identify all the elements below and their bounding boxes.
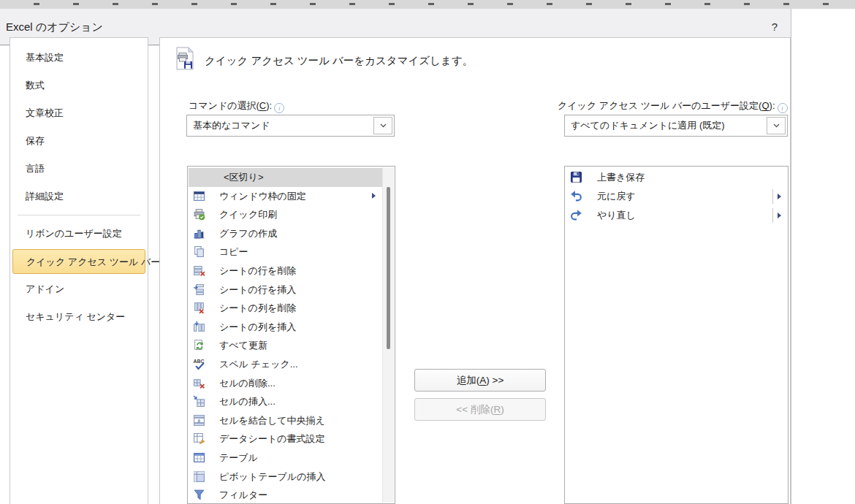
svg-text:ABC: ABC bbox=[194, 359, 205, 364]
remove-button[interactable]: << 削除(R) bbox=[414, 398, 546, 421]
list-item[interactable]: ウィンドウ枠の固定 bbox=[189, 187, 382, 206]
list-item[interactable]: シートの行を削除 bbox=[189, 261, 382, 280]
format-datasheet-icon bbox=[193, 432, 205, 445]
flyout-arrow-icon[interactable] bbox=[372, 193, 376, 199]
list-item-label: シートの列を挿入 bbox=[219, 318, 296, 337]
pivottable-icon bbox=[193, 470, 205, 483]
info-icon[interactable]: i bbox=[778, 103, 788, 113]
list-item-label: スペル チェック... bbox=[219, 355, 298, 374]
list-item-label: テーブル bbox=[219, 448, 258, 467]
flyout-arrow-icon[interactable] bbox=[778, 194, 781, 199]
list-item-label: データシートの書式設定 bbox=[219, 429, 325, 448]
list-item-label: セルを結合して中央揃え bbox=[219, 411, 325, 430]
insert-sheet-columns-icon bbox=[193, 321, 205, 333]
list-item[interactable]: ピボットテーブルの挿入 bbox=[189, 467, 382, 486]
sidebar-item-category[interactable]: 数式 bbox=[10, 72, 148, 99]
sidebar-item-category[interactable]: アドイン bbox=[10, 275, 148, 303]
list-item-label: フィルター bbox=[219, 486, 267, 504]
list-item[interactable]: クイック印刷 bbox=[189, 205, 382, 224]
list-item-label: セルの削除... bbox=[219, 374, 276, 393]
refresh-all-icon bbox=[193, 339, 205, 351]
delete-sheet-columns-icon bbox=[193, 302, 205, 314]
flyout-arrow-icon[interactable] bbox=[778, 213, 781, 218]
list-item[interactable]: 上書き保存 bbox=[566, 168, 787, 187]
spelling-icon: ABC bbox=[193, 358, 205, 370]
save-icon bbox=[570, 171, 582, 183]
sidebar-item-category[interactable]: 詳細設定 bbox=[10, 183, 148, 210]
merge-center-icon: a bbox=[193, 414, 205, 427]
delete-sheet-rows-icon bbox=[193, 264, 205, 277]
sidebar-item-quick-access-toolbar-selected[interactable]: クイック アクセス ツール バー bbox=[12, 249, 145, 274]
list-item-label: 上書き保存 bbox=[597, 168, 645, 187]
customize-qat-label: クイック アクセス ツール バーのユーザー設定(Q):i bbox=[558, 99, 788, 113]
sidebar-divider bbox=[18, 215, 140, 215]
list-item-label: クイック印刷 bbox=[219, 205, 277, 224]
list-item[interactable]: テーブル bbox=[189, 448, 382, 467]
list-item[interactable]: コピー bbox=[189, 243, 382, 261]
sidebar-item-category[interactable]: リボンのユーザー設定 bbox=[10, 220, 148, 248]
list-item[interactable]: 元に戻す bbox=[566, 187, 787, 206]
choose-commands-label-text: コマンドの選択(C): bbox=[189, 100, 272, 111]
list-item[interactable]: セルの削除... bbox=[189, 374, 382, 393]
scrollbar-thumb[interactable] bbox=[387, 187, 390, 349]
list-item-label: <区切り> bbox=[224, 168, 264, 187]
list-item-label: グラフの作成 bbox=[219, 224, 277, 243]
sidebar-item-category[interactable]: 言語 bbox=[10, 155, 148, 183]
list-item-label: すべて更新 bbox=[219, 336, 267, 355]
options-category-sidebar: 基本設定数式文章校正保存言語詳細設定リボンのユーザー設定クイック アクセス ツー… bbox=[10, 37, 148, 504]
list-item-separator-selected[interactable]: <区切り> bbox=[189, 168, 382, 187]
choose-commands-label: コマンドの選択(C):i bbox=[189, 99, 284, 113]
customize-qat-icon bbox=[175, 47, 194, 70]
list-item-label: シートの列を削除 bbox=[219, 299, 296, 318]
list-item-label: ピボットテーブルの挿入 bbox=[219, 467, 325, 486]
copy-icon bbox=[193, 245, 205, 258]
undo-icon bbox=[570, 190, 582, 202]
chevron-down-icon bbox=[773, 123, 780, 128]
list-item-label: 元に戻す bbox=[597, 187, 636, 206]
dropdown-button[interactable] bbox=[767, 117, 786, 134]
info-icon[interactable]: i bbox=[274, 103, 284, 113]
list-item-label: シートの行を削除 bbox=[219, 261, 296, 280]
quick-print-icon bbox=[193, 208, 205, 221]
list-item-label: シートの行を挿入 bbox=[219, 280, 296, 299]
sidebar-item-category[interactable]: 保存 bbox=[10, 127, 148, 155]
customize-qat-dropdown[interactable]: すべてのドキュメントに適用 (既定) bbox=[564, 115, 788, 137]
insert-sheet-rows-icon bbox=[193, 283, 205, 296]
add-button[interactable]: 追加(A) >> bbox=[414, 369, 546, 392]
list-item[interactable]: ABCスペル チェック... bbox=[189, 355, 382, 374]
sidebar-item-category[interactable]: セキュリティ センター bbox=[10, 303, 148, 331]
list-item-label: やり直し bbox=[597, 206, 636, 225]
sidebar-item-category[interactable]: 文章校正 bbox=[10, 99, 148, 127]
list-item[interactable]: シートの列を削除 bbox=[189, 299, 382, 318]
commands-listbox: <区切り>ウィンドウ枠の固定クイック印刷グラフの作成コピーシートの行を削除シート… bbox=[187, 166, 395, 504]
delete-cells-icon bbox=[193, 377, 205, 389]
sidebar-item-category[interactable]: 基本設定 bbox=[10, 44, 148, 72]
flyout-group bbox=[772, 207, 781, 224]
list-item-label: セルの挿入... bbox=[219, 392, 276, 411]
flyout-divider bbox=[772, 189, 773, 204]
customize-qat-label-text: クイック アクセス ツール バーのユーザー設定(Q): bbox=[558, 100, 775, 111]
choose-commands-dropdown[interactable]: 基本的なコマンド bbox=[186, 115, 395, 137]
flyout-group bbox=[772, 188, 781, 205]
list-item[interactable]: aセルを結合して中央揃え bbox=[189, 411, 382, 430]
list-item[interactable]: シートの列を挿入 bbox=[189, 318, 382, 337]
customize-qat-value: すべてのドキュメントに適用 (既定) bbox=[571, 115, 725, 136]
list-item-label: ウィンドウ枠の固定 bbox=[219, 187, 306, 206]
choose-commands-value: 基本的なコマンド bbox=[193, 115, 270, 136]
qat-listbox: 上書き保存元に戻すやり直し bbox=[564, 166, 788, 504]
list-item[interactable]: グラフの作成 bbox=[189, 224, 382, 243]
list-item[interactable]: データシートの書式設定 bbox=[189, 429, 382, 448]
list-item[interactable]: セルの挿入... bbox=[189, 392, 382, 411]
flyout-divider bbox=[772, 208, 773, 223]
list-item[interactable]: やり直し bbox=[566, 206, 787, 225]
excel-options-screen: Excel のオプション ? 基本設定数式文章校正保存言語詳細設定リボンのユーザ… bbox=[0, 0, 855, 504]
column-header-marks bbox=[0, 3, 855, 5]
redo-icon bbox=[570, 209, 582, 221]
list-item[interactable]: フィルター bbox=[189, 486, 382, 504]
list-item[interactable]: シートの行を挿入 bbox=[189, 280, 382, 299]
list-item-label: コピー bbox=[219, 243, 248, 261]
insert-cells-icon bbox=[193, 395, 205, 408]
list-item[interactable]: すべて更新 bbox=[189, 336, 382, 355]
dropdown-button[interactable] bbox=[373, 117, 392, 134]
commands-scrollbar[interactable] bbox=[382, 167, 394, 503]
